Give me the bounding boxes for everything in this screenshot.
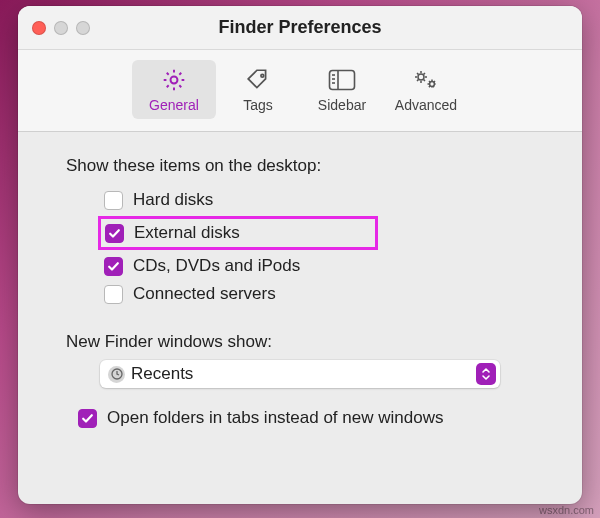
checkbox-tabs[interactable]	[78, 409, 97, 428]
checkbox-label-external-disks: External disks	[134, 223, 240, 243]
tab-tags-label: Tags	[218, 97, 298, 113]
checkbox-label-tabs: Open folders in tabs instead of new wind…	[107, 408, 443, 428]
watermark: wsxdn.com	[539, 504, 594, 516]
tab-tags[interactable]: Tags	[216, 60, 300, 119]
preferences-window: Finder Preferences General Tags	[18, 6, 582, 504]
gear-icon	[134, 66, 214, 94]
tab-sidebar[interactable]: Sidebar	[300, 60, 384, 119]
sidebar-icon	[302, 66, 382, 94]
svg-rect-2	[330, 71, 355, 90]
zoom-button[interactable]	[76, 21, 90, 35]
checkbox-hard-disks[interactable]	[104, 191, 123, 210]
tab-advanced-label: Advanced	[386, 97, 466, 113]
checkbox-label-hard-disks: Hard disks	[133, 190, 213, 210]
window-title: Finder Preferences	[18, 17, 582, 38]
tab-general[interactable]: General	[132, 60, 216, 119]
tab-advanced[interactable]: Advanced	[384, 60, 468, 119]
new-finder-popup[interactable]: Recents	[100, 360, 500, 388]
content-pane: Show these items on the desktop: Hard di…	[18, 132, 582, 444]
desktop-items-label: Show these items on the desktop:	[66, 156, 546, 176]
window-controls	[32, 21, 90, 35]
gears-icon	[386, 66, 466, 94]
new-finder-label: New Finder windows show:	[66, 332, 546, 352]
tab-sidebar-label: Sidebar	[302, 97, 382, 113]
tab-general-label: General	[134, 97, 214, 113]
checkbox-cds[interactable]	[104, 257, 123, 276]
checkbox-external-disks[interactable]	[105, 224, 124, 243]
checkbox-row-external-disks[interactable]: External disks	[105, 221, 240, 245]
checkbox-connected-servers[interactable]	[104, 285, 123, 304]
highlight-external-disks: External disks	[98, 216, 378, 250]
new-finder-selected: Recents	[131, 364, 476, 384]
checkbox-label-connected-servers: Connected servers	[133, 284, 276, 304]
checkbox-label-cds: CDs, DVDs and iPods	[133, 256, 300, 276]
svg-point-0	[171, 77, 178, 84]
checkbox-row-hard-disks[interactable]: Hard disks	[104, 186, 546, 214]
popup-arrows-icon	[476, 363, 496, 385]
checkbox-row-tabs[interactable]: Open folders in tabs instead of new wind…	[78, 404, 546, 432]
svg-point-1	[261, 74, 264, 77]
checkbox-row-connected-servers[interactable]: Connected servers	[104, 280, 546, 308]
recents-icon	[108, 366, 125, 383]
tag-icon	[218, 66, 298, 94]
close-button[interactable]	[32, 21, 46, 35]
svg-point-7	[418, 74, 424, 80]
titlebar: Finder Preferences	[18, 6, 582, 50]
checkbox-row-cds[interactable]: CDs, DVDs and iPods	[104, 252, 546, 280]
preferences-toolbar: General Tags Sidebar	[18, 50, 582, 132]
minimize-button[interactable]	[54, 21, 68, 35]
